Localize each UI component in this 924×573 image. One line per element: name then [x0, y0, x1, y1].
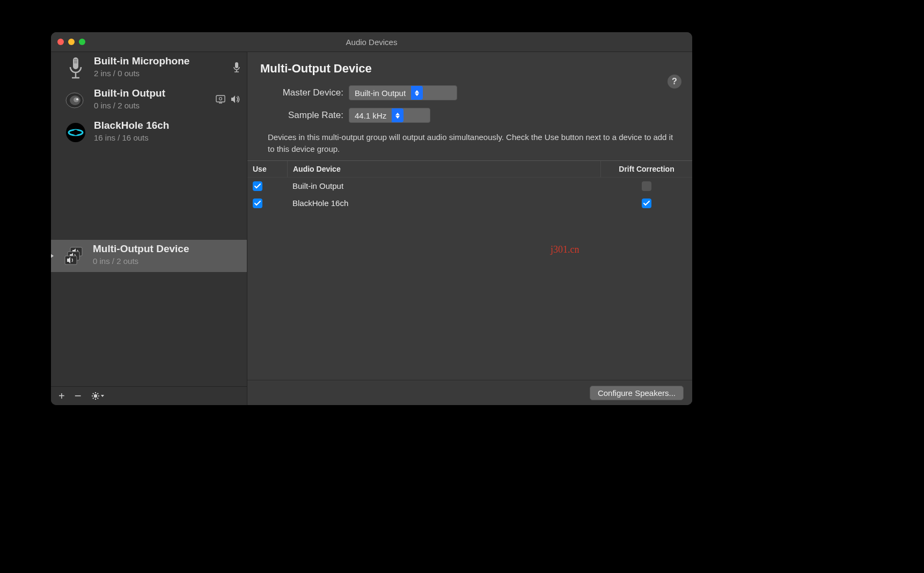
description-text: Devices in this multi-output group will …	[268, 131, 678, 155]
sample-rate-select[interactable]: 44.1 kHz	[349, 108, 430, 123]
disclosure-triangle-icon[interactable]	[51, 253, 55, 259]
master-device-value: Built-in Output	[355, 89, 406, 98]
device-name: Built-in Microphone	[94, 55, 228, 68]
remove-device-button[interactable]: −	[75, 389, 82, 403]
svg-point-22	[93, 394, 97, 398]
select-stepper-icon	[392, 108, 404, 122]
svg-point-14	[219, 98, 222, 100]
svg-line-30	[97, 393, 98, 394]
titlebar: Audio Devices	[51, 32, 692, 52]
device-name: BlackHole 16ch	[94, 120, 241, 132]
window-title: Audio Devices	[51, 38, 692, 47]
device-io: 2 ins / 0 outs	[94, 69, 228, 78]
device-io: 0 ins / 2 outs	[93, 256, 241, 266]
master-device-select[interactable]: Built-in Output	[349, 85, 457, 100]
main-panel: Multi-Output Device ? Master Device: Bui…	[247, 52, 692, 405]
svg-point-18	[73, 130, 78, 135]
device-io: 0 ins / 2 outs	[94, 101, 210, 110]
blackhole-icon	[63, 120, 89, 145]
sample-rate-label: Sample Rate:	[260, 110, 349, 121]
device-io: 16 ins / 16 outs	[94, 133, 241, 142]
chevron-down-icon	[101, 395, 104, 397]
device-list: Built-in Microphone 2 ins / 0 outs	[51, 52, 247, 386]
window-controls	[57, 39, 85, 45]
table-row: Built-in Output	[247, 178, 692, 195]
configure-speakers-button[interactable]: Configure Speakers...	[590, 386, 684, 400]
speaker-icon	[63, 87, 89, 113]
sidebar-footer: + −	[51, 386, 247, 405]
action-menu-button[interactable]	[91, 392, 104, 400]
svg-line-29	[93, 398, 94, 399]
col-device-header[interactable]: Audio Device	[288, 161, 601, 177]
row-device-name: BlackHole 16ch	[287, 199, 601, 208]
select-stepper-icon	[411, 86, 423, 100]
svg-point-12	[76, 98, 78, 100]
col-use-header[interactable]: Use	[247, 161, 288, 177]
svg-rect-21	[65, 256, 77, 265]
multi-output-icon	[62, 243, 87, 269]
svg-line-27	[93, 393, 94, 394]
sidebar-spacer	[51, 149, 247, 240]
devices-table: Use Audio Device Drift Correction Built-…	[247, 160, 692, 212]
microphone-icon	[63, 55, 89, 81]
device-name: Multi-Output Device	[93, 243, 241, 255]
device-blackhole-16ch[interactable]: BlackHole 16ch 16 ins / 16 outs	[51, 116, 247, 149]
master-device-label: Master Device:	[260, 87, 349, 98]
row-device-name: Built-in Output	[287, 181, 601, 190]
drift-checkbox[interactable]	[642, 181, 651, 191]
device-sidebar: Built-in Microphone 2 ins / 0 outs	[51, 52, 247, 405]
svg-rect-0	[73, 57, 78, 69]
use-checkbox[interactable]	[253, 199, 262, 208]
drift-checkbox[interactable]	[642, 199, 651, 208]
gear-icon	[91, 392, 104, 400]
system-output-icon	[216, 95, 226, 106]
svg-line-28	[97, 398, 98, 399]
device-builtin-output[interactable]: Built-in Output 0 ins / 2 outs	[51, 84, 247, 116]
sample-rate-value: 44.1 kHz	[355, 111, 386, 120]
table-header: Use Audio Device Drift Correction	[247, 161, 692, 178]
add-device-button[interactable]: +	[58, 390, 65, 402]
default-input-icon	[233, 62, 240, 75]
col-drift-header[interactable]: Drift Correction	[601, 161, 692, 177]
svg-rect-13	[216, 96, 225, 102]
default-output-icon	[231, 95, 240, 106]
panel-heading: Multi-Output Device	[260, 62, 679, 76]
device-name: Built-in Output	[94, 87, 210, 100]
table-row: BlackHole 16ch	[247, 195, 692, 212]
device-multi-output[interactable]: Multi-Output Device 0 ins / 2 outs	[51, 240, 247, 272]
watermark-text: j301.cn	[551, 244, 580, 255]
device-builtin-microphone[interactable]: Built-in Microphone 2 ins / 0 outs	[51, 52, 247, 84]
minimize-window-button[interactable]	[68, 39, 75, 45]
close-window-button[interactable]	[57, 39, 64, 45]
svg-rect-6	[235, 62, 238, 68]
zoom-window-button[interactable]	[79, 39, 85, 45]
main-footer: Configure Speakers...	[247, 380, 692, 405]
use-checkbox[interactable]	[253, 181, 262, 191]
audio-midi-window: Audio Devices	[51, 32, 692, 405]
help-button[interactable]: ?	[668, 75, 681, 89]
